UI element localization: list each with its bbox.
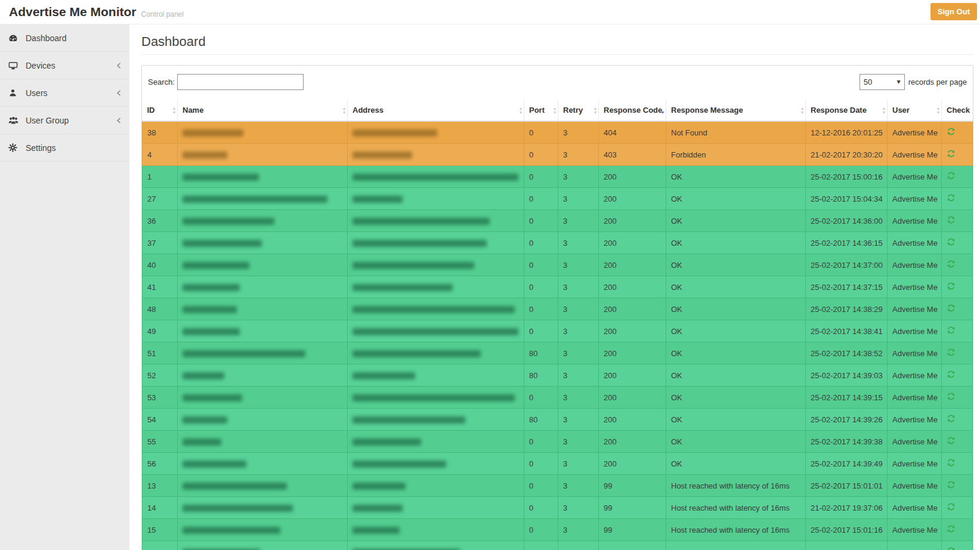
sidebar-item-users[interactable]: Users	[0, 79, 129, 107]
column-header-label: Address	[353, 106, 384, 115]
cell-code: 99	[599, 475, 666, 497]
check-refresh-button[interactable]	[947, 436, 956, 445]
gear-icon	[8, 143, 20, 152]
refresh-icon	[947, 237, 956, 246]
cell-user: Advertise Me	[888, 121, 942, 144]
check-refresh-button[interactable]	[947, 348, 956, 357]
check-refresh-button[interactable]	[947, 171, 956, 180]
check-refresh-button[interactable]	[947, 414, 956, 423]
refresh-icon	[947, 304, 956, 313]
refresh-icon	[947, 480, 956, 489]
cell-address	[348, 409, 524, 431]
cell-user: Advertise Me	[888, 342, 942, 364]
table-row: 54 80 3 200 OK 25-02-2017 14:39:26 Adver…	[143, 409, 973, 431]
table-header-row: ID ▴▾ Name ▴▾ Address ▴▾ Port ▴▾ Retry ▴…	[143, 100, 973, 121]
cell-port: 0	[524, 232, 558, 254]
cell-code: 200	[599, 298, 666, 320]
cell-user: Advertise Me	[888, 387, 942, 409]
cell-port: 0	[524, 519, 558, 541]
check-refresh-button[interactable]	[947, 282, 956, 291]
sidebar-item-label: Devices	[26, 61, 55, 70]
redacted-address	[353, 306, 515, 313]
cell-user: Advertise Me	[888, 364, 942, 387]
cell-name	[178, 497, 348, 519]
check-refresh-button[interactable]	[947, 502, 956, 511]
sidebar-item-user-group[interactable]: User Group	[0, 107, 129, 134]
column-header-retry[interactable]: Retry ▴▾	[558, 100, 599, 121]
cell-name	[178, 453, 348, 475]
sidebar-item-dashboard[interactable]: Dashboard	[0, 24, 129, 52]
redacted-address	[353, 240, 487, 247]
table-row	[143, 541, 973, 550]
cell-port	[524, 541, 558, 550]
check-refresh-button[interactable]	[947, 127, 956, 136]
cell-address	[348, 188, 524, 210]
redacted-address	[353, 350, 481, 357]
search-input[interactable]	[177, 74, 304, 90]
cell-name	[178, 166, 348, 188]
cell-id: 41	[143, 276, 178, 298]
cell-message: OK	[666, 188, 806, 210]
redacted-name	[183, 527, 280, 534]
cell-id: 15	[143, 519, 178, 541]
cell-check	[942, 453, 973, 475]
check-refresh-button[interactable]	[947, 304, 956, 313]
cell-id: 36	[143, 210, 178, 232]
column-header-user[interactable]: User ▴▾	[888, 100, 942, 121]
cell-id: 13	[143, 475, 178, 497]
check-refresh-button[interactable]	[947, 259, 956, 268]
check-refresh-button[interactable]	[947, 215, 956, 224]
sort-carets-icon: ▴▾	[343, 106, 345, 115]
table-row: 1 0 3 200 OK 25-02-2017 15:00:16 Adverti…	[143, 166, 973, 188]
cell-user: Advertise Me	[888, 166, 942, 188]
cell-check	[942, 121, 973, 144]
cell-check	[942, 387, 973, 409]
cell-name	[178, 541, 348, 550]
cell-name	[178, 254, 348, 276]
sort-carets-icon: ▴▾	[661, 106, 664, 115]
check-refresh-button[interactable]	[947, 546, 956, 550]
cell-id: 1	[143, 166, 178, 188]
table-toolbar: Search: 50 ▼ records per page	[142, 66, 973, 100]
check-refresh-button[interactable]	[947, 480, 956, 489]
check-refresh-button[interactable]	[947, 193, 956, 202]
check-refresh-button[interactable]	[947, 326, 956, 335]
column-header-date[interactable]: Response Date ▴▾	[806, 100, 888, 121]
cell-check	[942, 431, 973, 453]
cell-user: Advertise Me	[888, 254, 942, 276]
column-header-id[interactable]: ID ▴▾	[143, 100, 178, 121]
column-header-port[interactable]: Port ▴▾	[524, 100, 558, 121]
check-refresh-button[interactable]	[947, 149, 956, 158]
column-header-label: Response Date	[811, 106, 867, 115]
redacted-name	[183, 218, 274, 225]
check-refresh-button[interactable]	[947, 392, 956, 401]
check-refresh-button[interactable]	[947, 524, 956, 533]
column-header-address[interactable]: Address ▴▾	[348, 100, 524, 121]
redacted-address	[353, 218, 490, 225]
column-header-label: User	[892, 106, 910, 115]
check-refresh-button[interactable]	[947, 458, 956, 467]
column-header-message[interactable]: Response Message ▴▾	[666, 100, 806, 121]
sidebar-item-devices[interactable]: Devices	[0, 52, 129, 79]
redacted-address	[353, 152, 412, 159]
cell-check	[942, 409, 973, 431]
cell-check	[942, 254, 973, 276]
redacted-name	[183, 394, 242, 401]
cell-address	[348, 453, 524, 475]
cell-name	[178, 342, 348, 364]
sidebar-item-settings[interactable]: Settings	[0, 134, 129, 162]
cell-address	[348, 364, 524, 387]
column-header-name[interactable]: Name ▴▾	[178, 100, 348, 121]
check-refresh-button[interactable]	[947, 370, 956, 379]
redacted-address	[353, 438, 421, 446]
sign-out-button[interactable]: Sign Out	[930, 3, 977, 20]
column-header-code[interactable]: Response Code ▴▾	[599, 100, 666, 121]
check-refresh-button[interactable]	[947, 237, 956, 246]
cell-code: 99	[599, 497, 666, 519]
records-per-page-select[interactable]: 50 ▼	[860, 74, 905, 90]
user-group-icon	[8, 116, 20, 125]
refresh-icon	[947, 193, 956, 202]
cell-code: 200	[599, 210, 666, 232]
cell-id: 54	[143, 409, 178, 431]
refresh-icon	[947, 370, 956, 379]
